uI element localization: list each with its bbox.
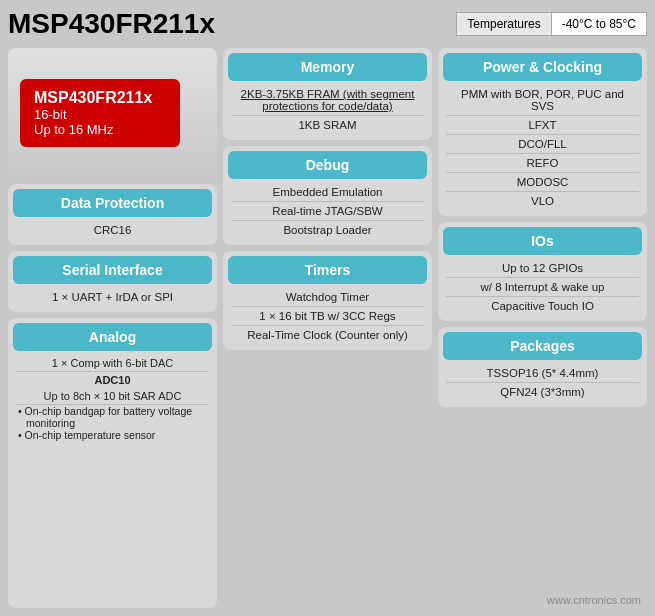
debug-card: Debug Embedded Emulation Real-time JTAG/… (223, 146, 432, 245)
main-container: MSP430FR211x Temperatures -40°C to 85°C … (0, 0, 655, 616)
packages-title: Packages (510, 338, 575, 354)
packages-body: TSSOP16 (5* 4.4mm) QFN24 (3*3mm) (438, 360, 647, 407)
analog-bullet-1: • On-chip temperature sensor (16, 429, 209, 441)
ios-body: Up to 12 GPIOs w/ 8 Interrupt & wake up … (438, 255, 647, 321)
analog-adc-title: ADC10 (16, 372, 209, 388)
power-clocking-title: Power & Clocking (483, 59, 602, 75)
watermark: www.cntronics.com (547, 594, 641, 606)
timers-body: Watchdog Timer 1 × 16 bit TB w/ 3CC Regs… (223, 284, 432, 350)
packages-card: Packages TSSOP16 (5* 4.4mm) QFN24 (3*3mm… (438, 327, 647, 407)
serial-interface-title: Serial Interface (62, 262, 162, 278)
timers-item-1: 1 × 16 bit TB w/ 3CC Regs (231, 307, 424, 326)
packages-header: Packages (443, 332, 642, 360)
debug-header: Debug (228, 151, 427, 179)
pc-item-1: LFXT (446, 116, 639, 135)
analog-body: 1 × Comp with 6-bit DAC ADC10 Up to 8ch … (8, 351, 217, 447)
packages-item-0: TSSOP16 (5* 4.4mm) (446, 364, 639, 383)
memory-item-0: 2KB-3.75KB FRAM (with segment protection… (231, 85, 424, 116)
right-column: Power & Clocking PMM with BOR, POR, PUC … (438, 48, 647, 608)
temperature-box: Temperatures -40°C to 85°C (456, 12, 647, 36)
timers-title: Timers (305, 262, 351, 278)
ios-header: IOs (443, 227, 642, 255)
memory-title: Memory (301, 59, 355, 75)
debug-item-0: Embedded Emulation (231, 183, 424, 202)
packages-item-1: QFN24 (3*3mm) (446, 383, 639, 401)
debug-item-2: Bootstrap Loader (231, 221, 424, 239)
debug-item-1: Real-time JTAG/SBW (231, 202, 424, 221)
analog-item-0: 1 × Comp with 6-bit DAC (16, 355, 209, 372)
memory-card: Memory 2KB-3.75KB FRAM (with segment pro… (223, 48, 432, 140)
hero-title: MSP430FR211x (34, 89, 166, 107)
ios-card: IOs Up to 12 GPIOs w/ 8 Interrupt & wake… (438, 222, 647, 321)
pc-item-5: VLO (446, 192, 639, 210)
ios-item-2: Capacitive Touch IO (446, 297, 639, 315)
hero-card: MSP430FR211x 16-bit Up to 16 MHz (8, 48, 217, 178)
analog-header: Analog (13, 323, 212, 351)
serial-interface-header: Serial Interface (13, 256, 212, 284)
analog-bullet-0: • On-chip bandgap for battery voltage mo… (16, 405, 209, 429)
header: MSP430FR211x Temperatures -40°C to 85°C (8, 8, 647, 40)
hero-inner: MSP430FR211x 16-bit Up to 16 MHz (20, 79, 180, 147)
data-protection-item-0: CRC16 (16, 221, 209, 239)
power-clocking-card: Power & Clocking PMM with BOR, POR, PUC … (438, 48, 647, 216)
pc-item-4: MODOSC (446, 173, 639, 192)
ios-title: IOs (531, 233, 554, 249)
pc-item-0: PMM with BOR, POR, PUC and SVS (446, 85, 639, 116)
power-clocking-header: Power & Clocking (443, 53, 642, 81)
ios-item-0: Up to 12 GPIOs (446, 259, 639, 278)
temp-label: Temperatures (456, 12, 551, 36)
debug-body: Embedded Emulation Real-time JTAG/SBW Bo… (223, 179, 432, 245)
serial-interface-body: 1 × UART + IrDA or SPI (8, 284, 217, 312)
timers-card: Timers Watchdog Timer 1 × 16 bit TB w/ 3… (223, 251, 432, 350)
analog-card: Analog 1 × Comp with 6-bit DAC ADC10 Up … (8, 318, 217, 608)
serial-interface-item-0: 1 × UART + IrDA or SPI (16, 288, 209, 306)
pc-item-3: REFO (446, 154, 639, 173)
data-protection-card: Data Protection CRC16 (8, 184, 217, 245)
timers-item-2: Real-Time Clock (Counter only) (231, 326, 424, 344)
middle-column: Memory 2KB-3.75KB FRAM (with segment pro… (223, 48, 432, 608)
pc-item-2: DCO/FLL (446, 135, 639, 154)
memory-body: 2KB-3.75KB FRAM (with segment protection… (223, 81, 432, 140)
content-area: MSP430FR211x 16-bit Up to 16 MHz Data Pr… (8, 48, 647, 608)
analog-title: Analog (89, 329, 136, 345)
left-column: MSP430FR211x 16-bit Up to 16 MHz Data Pr… (8, 48, 217, 608)
temp-value: -40°C to 85°C (552, 12, 647, 36)
memory-item-1: 1KB SRAM (231, 116, 424, 134)
data-protection-title: Data Protection (61, 195, 164, 211)
hero-line2: 16-bit (34, 107, 166, 122)
memory-header: Memory (228, 53, 427, 81)
hero-line3: Up to 16 MHz (34, 122, 166, 137)
power-clocking-body: PMM with BOR, POR, PUC and SVS LFXT DCO/… (438, 81, 647, 216)
data-protection-header: Data Protection (13, 189, 212, 217)
data-protection-body: CRC16 (8, 217, 217, 245)
serial-interface-card: Serial Interface 1 × UART + IrDA or SPI (8, 251, 217, 312)
timers-item-0: Watchdog Timer (231, 288, 424, 307)
analog-adc-sub: Up to 8ch × 10 bit SAR ADC (16, 388, 209, 405)
timers-header: Timers (228, 256, 427, 284)
ios-item-1: w/ 8 Interrupt & wake up (446, 278, 639, 297)
page-title: MSP430FR211x (8, 8, 215, 40)
debug-title: Debug (306, 157, 350, 173)
